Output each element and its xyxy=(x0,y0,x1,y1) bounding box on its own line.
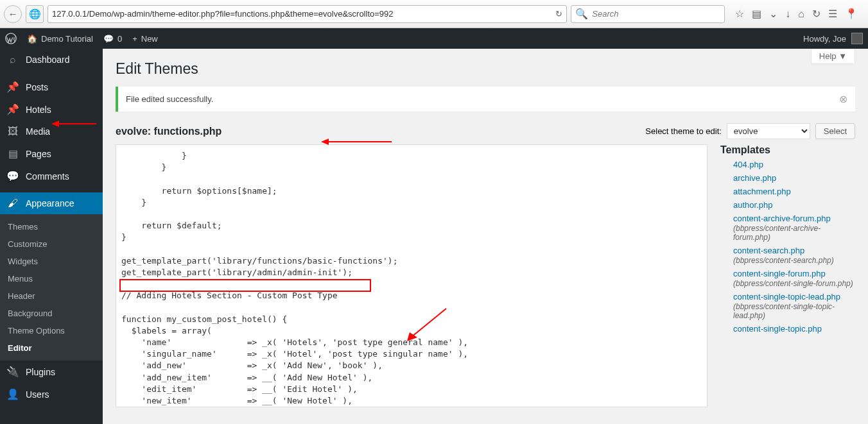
sidebar-item-users[interactable]: 👤 Users xyxy=(0,383,103,405)
sync-icon[interactable]: ↻ xyxy=(812,8,820,20)
avatar[interactable] xyxy=(851,33,863,44)
url-text: 127.0.0.1/Demo/wp-admin/theme-editor.php… xyxy=(52,9,394,19)
back-button[interactable]: ← xyxy=(4,5,22,23)
submenu-header[interactable]: Header xyxy=(0,287,103,305)
new-content-link[interactable]: + New xyxy=(132,34,158,44)
template-file[interactable]: attachment.php xyxy=(733,187,855,196)
reload-icon[interactable]: ↻ xyxy=(555,9,562,19)
sidebar-item-media[interactable]: 🖾 Media xyxy=(0,121,103,142)
help-tab[interactable]: Help ▼ xyxy=(811,49,855,64)
media-icon: 🖾 xyxy=(6,126,19,137)
star-icon[interactable]: ☆ xyxy=(735,8,744,20)
templates-heading: Templates xyxy=(720,144,855,156)
template-file[interactable]: content-archive-forum.php(bbpress/conten… xyxy=(733,214,855,242)
sidebar-item-plugins[interactable]: 🔌 Plugins xyxy=(0,360,103,383)
pin-icon: 📌 xyxy=(6,81,19,93)
appearance-submenu: Themes Customize Widgets Menus Header Ba… xyxy=(0,214,103,360)
home-icon[interactable]: ⌂ xyxy=(798,8,804,20)
submenu-themes[interactable]: Themes xyxy=(0,218,103,235)
submenu-menus[interactable]: Menus xyxy=(0,270,103,287)
dashboard-icon: ⌕ xyxy=(6,54,19,65)
sidebar-item-dashboard[interactable]: ⌕ Dashboard xyxy=(0,49,103,71)
page-title: Edit Themes xyxy=(116,60,855,78)
admin-sidebar: ⌕ Dashboard 📌 Posts 📌 Hotels 🖾 Media ▤ P… xyxy=(0,49,103,424)
submenu-background[interactable]: Background xyxy=(0,305,103,322)
template-file[interactable]: archive.php xyxy=(733,173,855,183)
code-area xyxy=(116,144,707,410)
notice-text: File edited successfully. xyxy=(126,94,213,104)
pocket-icon[interactable]: ⌄ xyxy=(769,8,777,20)
sidebar-item-appearance[interactable]: 🖌 Appearance xyxy=(0,192,103,214)
pages-icon: ▤ xyxy=(6,148,19,160)
code-editor[interactable] xyxy=(116,144,707,407)
search-input[interactable] xyxy=(592,9,720,19)
browser-toolbar-icons: ☆ ▤ ⌄ ↓ ⌂ ↻ ☰ 📍 xyxy=(729,8,864,20)
comment-icon: 💬 xyxy=(6,170,19,182)
list-icon[interactable]: ▤ xyxy=(752,8,761,20)
globe-icon[interactable]: 🌐 xyxy=(26,5,44,23)
template-file[interactable]: content-single-topic.php xyxy=(733,324,855,334)
template-file[interactable]: content-single-forum.php(bbpress/content… xyxy=(733,269,855,288)
menu-icon[interactable]: ☰ xyxy=(828,8,837,20)
site-name-link[interactable]: 🏠 Demo Tutorial xyxy=(27,34,93,44)
download-icon[interactable]: ↓ xyxy=(785,8,790,20)
url-bar[interactable]: 127.0.0.1/Demo/wp-admin/theme-editor.php… xyxy=(48,5,567,23)
home-icon: 🏠 xyxy=(27,34,37,44)
howdy-text[interactable]: Howdy, Joe xyxy=(803,34,846,44)
pin-icon[interactable]: 📍 xyxy=(845,8,858,20)
sidebar-item-hotels[interactable]: 📌 Hotels xyxy=(0,98,103,121)
sidebar-item-comments[interactable]: 💬 Comments xyxy=(0,165,103,187)
plus-icon: + xyxy=(132,34,137,44)
sidebar-item-pages[interactable]: ▤ Pages xyxy=(0,142,103,165)
submenu-widgets[interactable]: Widgets xyxy=(0,253,103,270)
success-notice: File edited successfully. ⊗ xyxy=(116,87,855,112)
comments-link[interactable]: 💬 0 xyxy=(103,34,122,44)
main-content: Help ▼ Edit Themes File edited successfu… xyxy=(103,49,868,424)
search-icon: 🔍 xyxy=(575,8,588,20)
wp-admin-bar: 🏠 Demo Tutorial 💬 0 + New Howdy, Joe xyxy=(0,28,868,49)
select-theme-label: Select theme to edit: xyxy=(645,126,722,136)
submenu-editor[interactable]: Editor xyxy=(0,339,103,357)
template-file[interactable]: content-search.php(bbpress/content-searc… xyxy=(733,246,855,265)
template-file[interactable]: author.php xyxy=(733,200,855,210)
browser-toolbar: ← 🌐 127.0.0.1/Demo/wp-admin/theme-editor… xyxy=(0,0,868,28)
submenu-theme-options[interactable]: Theme Options xyxy=(0,322,103,339)
plugin-icon: 🔌 xyxy=(6,366,19,378)
file-title: evolve: functions.php xyxy=(116,126,221,137)
browser-search[interactable]: 🔍 xyxy=(571,5,725,23)
template-file[interactable]: content-single-topic-lead.php(bbpress/co… xyxy=(733,292,855,320)
submenu-customize[interactable]: Customize xyxy=(0,235,103,253)
pin-icon: 📌 xyxy=(6,103,19,115)
theme-select[interactable]: evolve xyxy=(727,123,810,139)
users-icon: 👤 xyxy=(6,388,19,400)
select-button[interactable]: Select xyxy=(815,123,855,139)
sidebar-item-posts[interactable]: 📌 Posts xyxy=(0,76,103,98)
templates-panel: Templates 404.php archive.php attachment… xyxy=(720,144,855,410)
comment-icon: 💬 xyxy=(103,34,114,44)
template-file[interactable]: 404.php xyxy=(733,160,855,169)
brush-icon: 🖌 xyxy=(6,198,19,209)
dismiss-icon[interactable]: ⊗ xyxy=(839,93,847,105)
wp-logo-icon[interactable] xyxy=(5,33,17,44)
